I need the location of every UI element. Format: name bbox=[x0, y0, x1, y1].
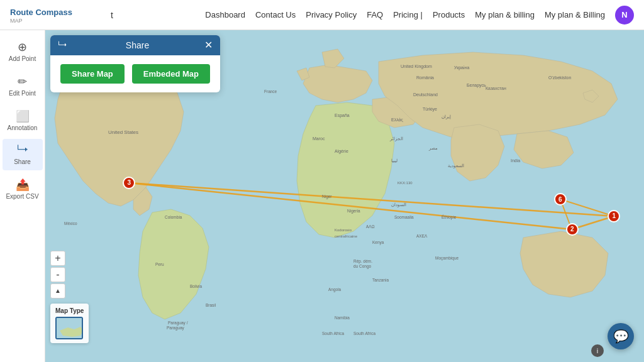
share-map-button[interactable]: Share Map bbox=[60, 64, 125, 84]
share-popup-title: Share bbox=[126, 40, 149, 50]
svg-text:مصر: مصر bbox=[428, 146, 438, 151]
sidebar-item-share[interactable]: ⮡ Share bbox=[3, 139, 43, 170]
svg-text:Maroc: Maroc bbox=[313, 136, 325, 141]
svg-text:О'zbekiston: О'zbekiston bbox=[548, 75, 571, 80]
svg-text:Angola: Angola bbox=[328, 287, 341, 292]
map-controls: + - ▲ Map Type bbox=[50, 251, 89, 343]
sidebar-label-annotation: Annotation bbox=[8, 124, 38, 131]
svg-text:South Africa: South Africa bbox=[322, 331, 344, 336]
add-point-icon: ⊕ bbox=[18, 40, 27, 54]
sidebar-label-export-csv: Export CSV bbox=[6, 193, 38, 200]
nav-dashboard[interactable]: Dashboard bbox=[205, 10, 245, 19]
share-popup: ⮡ Share ✕ Share Map Embeded Map bbox=[50, 35, 220, 92]
svg-text:Казахстан: Казахстан bbox=[486, 86, 506, 90]
svg-text:Brasil: Brasil bbox=[206, 303, 216, 307]
svg-text:Kenya: Kenya bbox=[372, 240, 384, 245]
chat-button[interactable]: 💬 bbox=[608, 323, 634, 349]
route-marker-2[interactable]: 2 bbox=[566, 223, 579, 236]
svg-text:Kodorosio: Kodorosio bbox=[335, 228, 352, 232]
nav: Dashboard Contact Us Privacy Policy FAQ … bbox=[205, 6, 634, 25]
map-type-label: Map Type bbox=[55, 307, 84, 314]
svg-text:Namibia: Namibia bbox=[335, 315, 350, 320]
nav-plan1[interactable]: My plan & billing bbox=[475, 10, 535, 19]
svg-text:ليبيا: ليبيا bbox=[391, 158, 397, 163]
svg-text:México: México bbox=[64, 221, 77, 226]
share-icon: ⮡ bbox=[17, 144, 28, 157]
nav-privacy[interactable]: Privacy Policy bbox=[306, 10, 357, 19]
sidebar-item-annotation[interactable]: ⬜ Annotation bbox=[3, 104, 43, 136]
svg-text:ΑΛΩ: ΑΛΩ bbox=[366, 224, 375, 229]
share-popup-close[interactable]: ✕ bbox=[204, 40, 213, 50]
edit-point-icon: ✏ bbox=[18, 75, 27, 89]
svg-text:Tanzania: Tanzania bbox=[372, 278, 389, 282]
svg-text:Peru: Peru bbox=[155, 262, 164, 266]
map-type-thumbnail[interactable] bbox=[55, 317, 83, 339]
logo-text: Route Compass bbox=[10, 8, 72, 17]
share-popup-body: Share Map Embeded Map bbox=[50, 55, 220, 92]
svg-text:centrafricaine: centrafricaine bbox=[335, 234, 358, 238]
sidebar-item-add-point[interactable]: ⊕ Add Point bbox=[3, 35, 43, 67]
svg-text:United States: United States bbox=[108, 129, 138, 135]
svg-text:France: France bbox=[264, 89, 277, 94]
svg-text:Nigeria: Nigeria bbox=[347, 209, 360, 214]
svg-text:Paraguay /: Paraguay / bbox=[168, 321, 188, 326]
route-marker-3[interactable]: 3 bbox=[123, 177, 135, 189]
sidebar-label-add-point: Add Point bbox=[9, 55, 36, 62]
nav-faq[interactable]: FAQ bbox=[367, 10, 383, 19]
nav-pricing[interactable]: Pricing | bbox=[393, 10, 423, 19]
map-area[interactable]: Deutschland Беларусь España Ελλάς Türkiy… bbox=[45, 30, 644, 362]
svg-text:Беларусь: Беларусь bbox=[467, 83, 486, 88]
svg-text:Paraguay: Paraguay bbox=[167, 326, 185, 331]
zoom-out-button[interactable]: - bbox=[50, 267, 65, 282]
svg-text:South Africa: South Africa bbox=[353, 331, 375, 336]
info-icon[interactable]: i bbox=[591, 344, 604, 357]
annotation-icon: ⬜ bbox=[16, 109, 30, 123]
sidebar-label-edit-point: Edit Point bbox=[9, 90, 36, 97]
export-csv-icon: 📤 bbox=[16, 178, 30, 192]
svg-text:Moçambique: Moçambique bbox=[435, 256, 459, 261]
chat-icon: 💬 bbox=[613, 329, 629, 344]
svg-text:Éthiopie: Éthiopie bbox=[441, 214, 457, 220]
svg-text:Bolivia: Bolivia bbox=[190, 284, 203, 288]
sidebar-item-export-csv[interactable]: 📤 Export CSV bbox=[3, 173, 43, 205]
zoom-reset-button[interactable]: ▲ bbox=[50, 283, 65, 299]
route-marker-1[interactable]: 1 bbox=[608, 210, 620, 222]
nav-contact[interactable]: Contact Us bbox=[255, 10, 296, 19]
svg-text:Algérie: Algérie bbox=[335, 149, 348, 154]
svg-text:España: España bbox=[335, 113, 350, 118]
svg-text:السعودية: السعودية bbox=[448, 163, 464, 168]
header: Route Compass MAP t Dashboard Contact Us… bbox=[0, 0, 644, 30]
svg-text:الجزائر: الجزائر bbox=[389, 136, 403, 141]
svg-text:إيران: إيران bbox=[441, 114, 451, 119]
embed-map-button[interactable]: Embeded Map bbox=[132, 64, 210, 84]
page-title: t bbox=[111, 10, 113, 20]
svg-text:Rép. dém.: Rép. dém. bbox=[353, 259, 372, 264]
share-popup-header: ⮡ Share ✕ bbox=[50, 35, 220, 55]
svg-text:ΑΧΕΛ: ΑΧΕΛ bbox=[416, 234, 428, 238]
svg-text:السودان: السودان bbox=[391, 202, 406, 207]
zoom-in-button[interactable]: + bbox=[50, 251, 65, 266]
nav-products[interactable]: Products bbox=[433, 10, 465, 19]
svg-text:Ελλάς: Ελλάς bbox=[391, 118, 404, 123]
nav-plan2[interactable]: My plan & Billing bbox=[545, 10, 605, 19]
svg-text:Deutschland: Deutschland bbox=[413, 92, 438, 97]
route-marker-6[interactable]: 6 bbox=[554, 193, 567, 206]
svg-text:KKX:130: KKX:130 bbox=[397, 181, 413, 185]
svg-text:Niger: Niger bbox=[322, 194, 332, 199]
sidebar-label-share: Share bbox=[14, 158, 31, 165]
svg-text:Украіна: Украіна bbox=[454, 65, 469, 70]
svg-text:India: India bbox=[511, 158, 520, 163]
svg-text:du Congo: du Congo bbox=[353, 264, 372, 269]
svg-text:Colombia: Colombia bbox=[165, 215, 182, 219]
svg-text:United Kingdom: United Kingdom bbox=[401, 64, 432, 69]
share-icon-header: ⮡ bbox=[58, 40, 67, 50]
main-area: ⊕ Add Point ✏ Edit Point ⬜ Annotation ⮡ … bbox=[0, 30, 644, 362]
svg-text:România: România bbox=[416, 75, 434, 80]
user-avatar[interactable]: N bbox=[615, 6, 634, 25]
svg-text:Soomaalia: Soomaalia bbox=[394, 215, 414, 219]
sidebar-item-edit-point[interactable]: ✏ Edit Point bbox=[3, 70, 43, 102]
logo-sub: MAP bbox=[10, 18, 72, 24]
svg-text:Türkiye: Türkiye bbox=[423, 107, 437, 112]
sidebar: ⊕ Add Point ✏ Edit Point ⬜ Annotation ⮡ … bbox=[0, 30, 45, 362]
map-type-widget: Map Type bbox=[50, 304, 89, 343]
